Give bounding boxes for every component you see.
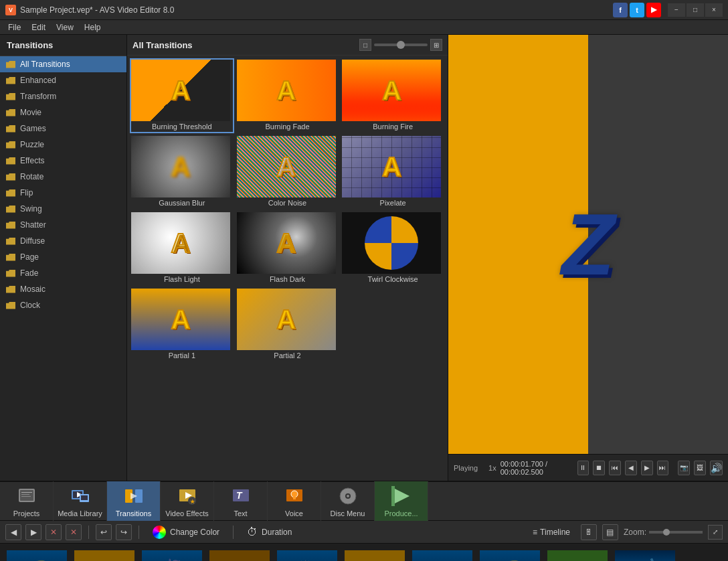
back-button[interactable]: ◀ (5, 524, 21, 540)
size-slider-container: □ ⊞ (359, 39, 442, 51)
timeline-view-button[interactable]: ≡ Timeline (527, 525, 575, 540)
expand-button[interactable]: ⤢ (708, 525, 723, 540)
forward-button[interactable]: ▶ (25, 524, 41, 540)
snapshot-button[interactable]: 🖼 (694, 461, 706, 475)
screenshot-button[interactable]: 📷 (678, 461, 690, 475)
svg-rect-2 (21, 492, 32, 493)
tool-disc-menu[interactable]: Disc Menu (321, 481, 375, 522)
transition-gaussian-blur[interactable]: A Gaussian Blur (130, 135, 234, 210)
sidebar-item-clock[interactable]: Clock (0, 297, 126, 313)
sidebar-item-enhanced[interactable]: Enhanced (0, 72, 126, 88)
sidebar-item-mosaic[interactable]: Mosaic (0, 281, 126, 297)
sidebar-item-diffuse[interactable]: Diffuse (0, 233, 126, 249)
sidebar-item-puzzle[interactable]: Puzzle (0, 137, 126, 153)
next-button[interactable]: ⏭ (657, 461, 669, 475)
twitter-icon[interactable]: t (630, 3, 644, 17)
media-item-z1[interactable]: Z Diving10.avi (207, 548, 272, 561)
media-item-diving09[interactable]: 🦑 Diving09.avi (139, 548, 204, 561)
main-toolbar: Projects Media Library Transitions ★ Vid… (0, 481, 728, 521)
transition-partial2[interactable]: A Partial 2 (236, 287, 340, 362)
sidebar-item-page[interactable]: Page (0, 249, 126, 265)
transition-burning-fade[interactable]: A Burning Fade (236, 58, 340, 133)
folder-icon (5, 284, 16, 295)
folder-icon (5, 236, 16, 246)
size-slider[interactable] (374, 44, 428, 46)
tool-voice[interactable]: Voice (268, 481, 321, 522)
transition-label: Pixelate (342, 197, 444, 208)
timeline-area: ◀ ▶ ✕ ✕ ↩ ↪ Change Color ⏱ Duration ≡ Ti… (0, 521, 728, 561)
transition-twirl-clockwise[interactable]: Twirl Clockwise (341, 211, 445, 286)
media-item-z2[interactable]: Z photo10.jpg (545, 548, 610, 561)
sidebar-item-effects[interactable]: Effects (0, 153, 126, 169)
transition-pixelate[interactable]: A Pixelate (341, 135, 445, 210)
sidebar-item-shatter[interactable]: Shatter (0, 217, 126, 233)
close-button[interactable]: × (705, 3, 723, 17)
sidebar-item-transform[interactable]: Transform (0, 88, 126, 104)
transition-partial1[interactable]: A Partial 1 (130, 287, 234, 362)
sidebar-item-games[interactable]: Games (0, 121, 126, 137)
redo-button[interactable]: ↪ (116, 524, 132, 540)
sidebar-item-fade[interactable]: Fade (0, 265, 126, 281)
track-view-button[interactable]: ▤ (602, 524, 618, 540)
tool-transitions[interactable]: Transitions (107, 481, 161, 522)
transition-burning-threshold[interactable]: A Burning Threshold (130, 58, 234, 133)
separator (139, 526, 139, 539)
tool-video-effects[interactable]: ★ Video Effects (161, 481, 214, 522)
sidebar-item-flip[interactable]: Flip (0, 185, 126, 201)
sidebar-item-all-transitions[interactable]: All Transitions (0, 56, 126, 72)
tool-text[interactable]: T Text (214, 481, 268, 522)
menu-view[interactable]: View (51, 21, 79, 33)
sidebar-item-movie[interactable]: Movie (0, 104, 126, 121)
volume-button[interactable]: 🔊 (710, 461, 723, 475)
cancel-nav-button[interactable]: ✕ (66, 524, 82, 540)
view-small-button[interactable]: □ (359, 39, 371, 51)
folder-icon (5, 139, 16, 150)
next-frame-button[interactable]: ▶ (641, 461, 653, 475)
facebook-icon[interactable]: f (613, 3, 628, 17)
youtube-icon[interactable]: ▶ (646, 3, 661, 17)
timeline-toolbar: ◀ ▶ ✕ ✕ ↩ ↪ Change Color ⏱ Duration ≡ Ti… (0, 521, 728, 544)
tool-produce[interactable]: Produce... (375, 481, 428, 522)
media-item-a2[interactable]: A Diving11.avi (342, 548, 407, 561)
menu-edit[interactable]: Edit (26, 21, 51, 33)
duration-button[interactable]: ⏱ Duration (240, 524, 298, 541)
svg-text:T: T (236, 490, 243, 501)
transitions-icon (123, 485, 145, 507)
stop-button[interactable]: ⏹ (593, 461, 605, 475)
maximize-button[interactable]: □ (687, 3, 704, 17)
menu-help[interactable]: Help (79, 21, 106, 33)
view-large-button[interactable]: ⊞ (430, 39, 442, 51)
prev-frame-button[interactable]: ◀ (625, 461, 637, 475)
transition-flash-light[interactable]: A Flash Light (130, 211, 234, 286)
transition-label: Partial 2 (237, 350, 339, 361)
prev-button[interactable]: ⏮ (609, 461, 621, 475)
media-item-diving11[interactable]: 🐟 Diving11.avi (410, 548, 474, 561)
sound-mixer-button[interactable]: 🎚 (581, 524, 597, 540)
tool-media-library[interactable]: Media Library (54, 481, 107, 522)
media-item-diving10[interactable]: 🐡 Diving10.avi (274, 548, 339, 561)
media-thumb: Z (209, 550, 270, 561)
media-item-diving12[interactable]: 🐠 Diving12.avi (477, 548, 542, 561)
voice-icon (284, 485, 305, 507)
sidebar-item-swing[interactable]: Swing (0, 201, 126, 217)
menu-file[interactable]: File (3, 21, 26, 33)
stop-nav-button[interactable]: ✕ (46, 524, 62, 540)
transition-label: Color Noise (237, 197, 339, 208)
transition-color-noise[interactable]: A Color Noise (236, 135, 340, 210)
transition-burning-fire[interactable]: A Burning Fire (341, 58, 445, 133)
projects-icon (16, 485, 37, 507)
zoom-slider[interactable] (649, 531, 703, 534)
transitions-scroll[interactable]: A Burning Threshold A Burning Fade A (127, 56, 448, 481)
sidebar-item-rotate[interactable]: Rotate (0, 169, 126, 185)
tool-projects[interactable]: Projects (0, 481, 54, 522)
minimize-button[interactable]: − (668, 3, 685, 17)
transition-label: Flash Dark (237, 274, 339, 285)
pause-button[interactable]: ⏸ (577, 461, 589, 475)
transition-label: Twirl Clockwise (342, 274, 444, 285)
media-item-a1[interactable]: A Diving09.avi (72, 548, 136, 561)
transition-flash-dark[interactable]: A Flash Dark (236, 211, 340, 286)
undo-button[interactable]: ↩ (96, 524, 112, 540)
media-item-photo10-u[interactable]: 🤿 photo10.jpg (612, 548, 677, 561)
media-item-diving08[interactable]: 🐠 Diving08.avi (4, 548, 69, 561)
change-color-button[interactable]: Change Color (146, 523, 226, 542)
